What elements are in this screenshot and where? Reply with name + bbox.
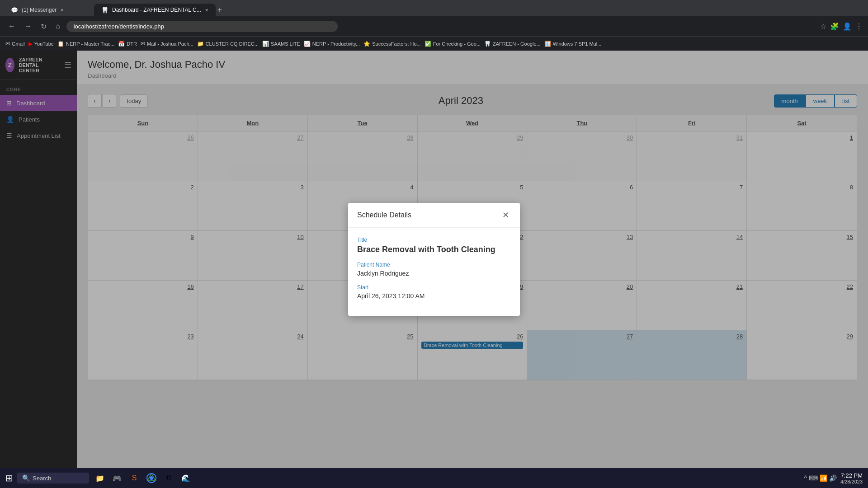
address-bar[interactable] [66,21,338,32]
youtube-icon: ▶ [28,41,33,47]
bookmark-nerp2[interactable]: 📈 NERP - Productivity... [304,41,360,47]
taskbar-tray: ^ ⌨ 📶 🔊 7:22 PM 4/28/2023 [804,472,863,484]
zafreen-bm-icon: 🦷 [484,41,491,47]
bookmark-cluster[interactable]: 📁 CLUSTER CQ DIREC... [197,41,259,47]
bookmark-saams-label: SAAMS LITE [271,41,300,47]
bookmark-checking-label: For Checking - Goo... [433,41,481,47]
taskbar-app1-icon[interactable]: 🎮 [110,471,124,485]
start-button[interactable]: ⊞ [5,473,13,483]
mail-icon: ✉ [141,41,145,47]
nerp1-icon: 📋 [57,41,64,47]
tab-favicon-dashboard: 🦷 [101,7,108,14]
browser-chrome: 💬 (1) Messenger ✕ 🦷 Dashboard - ZAFREEN … [0,0,868,51]
bookmark-success[interactable]: ⭐ SuccessFactors: Ho... [363,41,421,47]
cluster-icon: 📁 [197,41,204,47]
taskbar: ⊞ 🔍 Search 📁 🎮 S © 🌊 ^ ⌨ 📶 🔊 7:22 PM 4/2… [0,468,868,488]
bookmark-dtr[interactable]: 📅 DTR [118,41,137,47]
modal-label-start: Start [357,284,511,291]
settings-icon[interactable]: ⋮ [855,22,863,31]
taskbar-app3-icon[interactable]: © [161,471,176,485]
forward-button[interactable]: → [22,20,34,32]
bookmark-zafreen[interactable]: 🦷 ZAFREEN - Google... [484,41,541,47]
taskbar-time-value: 7:22 PM [840,472,863,479]
schedule-details-modal: Schedule Details ✕ Title Brace Removal w… [348,203,520,316]
bookmark-win7[interactable]: 🪟 Windows 7 SP1 Mul... [544,41,602,47]
bookmark-cluster-label: CLUSTER CQ DIREC... [206,41,259,47]
wifi-icon[interactable]: 📶 [820,474,827,482]
nav-icons: ☆ 🧩 👤 ⋮ [820,22,863,31]
tab-label-messenger: (1) Messenger [22,7,57,13]
volume-icon[interactable]: 🔊 [829,474,837,482]
nav-bar: ← → ↻ ⌂ ☆ 🧩 👤 ⋮ [0,16,868,36]
bookmark-success-label: SuccessFactors: Ho... [372,41,421,47]
saams-icon: 📊 [262,41,269,47]
bookmark-nerp2-label: NERP - Productivity... [312,41,360,47]
modal-field-patient: Patient Name Jacklyn Rodriguez [357,262,511,277]
taskbar-search-icon: 🔍 [22,474,30,482]
dtr-icon: 📅 [118,41,125,47]
modal-label-title: Title [357,237,511,243]
taskbar-pinned-icons: 📁 🎮 S © 🌊 [93,471,193,485]
taskbar-app2-icon[interactable]: S [127,471,142,485]
bookmark-gmail[interactable]: ✉ Gmail [5,41,25,47]
bookmark-mail-label: Mail - Joshua Pach... [147,41,193,47]
modal-value-title: Brace Removal with Tooth Cleaning [357,245,511,254]
tab-bar: 💬 (1) Messenger ✕ 🦷 Dashboard - ZAFREEN … [0,0,868,16]
modal-value-start: April 26, 2023 12:00 AM [357,292,511,300]
modal-overlay: Schedule Details ✕ Title Brace Removal w… [0,51,868,468]
modal-value-patient: Jacklyn Rodriguez [357,270,511,277]
modal-title: Schedule Details [357,211,411,219]
modal-body: Title Brace Removal with Tooth Cleaning … [348,228,520,316]
bookmark-gmail-label: Gmail [12,41,25,47]
bookmark-zafreen-label: ZAFREEN - Google... [493,41,541,47]
taskbar-search-label: Search [33,475,51,482]
taskbar-chrome-icon[interactable] [144,471,159,485]
bookmark-checking[interactable]: ✅ For Checking - Goo... [425,41,481,47]
extension-icon[interactable]: 🧩 [830,22,839,31]
taskbar-search-button[interactable]: 🔍 Search [17,473,89,483]
tab-messenger[interactable]: 💬 (1) Messenger ✕ [4,4,94,16]
modal-label-patient: Patient Name [357,262,511,268]
bookmark-mail[interactable]: ✉ Mail - Joshua Pach... [141,41,193,47]
bookmarks-bar: ✉ Gmail ▶ YouTube 📋 NERP - Master Trac..… [0,36,868,51]
tab-label-dashboard: Dashboard - ZAFREEN DENTAL C... [112,7,201,13]
bookmark-nerp1-label: NERP - Master Trac... [66,41,114,47]
bookmark-dtr-label: DTR [127,41,137,47]
modal-field-title: Title Brace Removal with Tooth Cleaning [357,237,511,254]
modal-close-button[interactable]: ✕ [500,210,511,220]
success-icon: ⭐ [363,41,370,47]
back-button[interactable]: ← [5,20,18,32]
modal-field-start: Start April 26, 2023 12:00 AM [357,284,511,300]
taskbar-sys-icons: ^ ⌨ 📶 🔊 [804,474,837,482]
taskbar-app4-icon[interactable]: 🌊 [179,471,193,485]
bookmark-youtube[interactable]: ▶ YouTube [28,41,54,47]
tab-close-messenger[interactable]: ✕ [60,8,64,13]
tab-add-button[interactable]: + [217,5,222,15]
user-icon[interactable]: 👤 [843,22,852,31]
taskbar-files-icon[interactable]: 📁 [93,471,107,485]
nerp2-icon: 📈 [304,41,311,47]
gmail-icon: ✉ [5,41,10,47]
bookmark-win7-label: Windows 7 SP1 Mul... [553,41,602,47]
win7-icon: 🪟 [544,41,551,47]
checking-icon: ✅ [425,41,431,47]
refresh-button[interactable]: ↻ [38,20,49,33]
bookmark-youtube-label: YouTube [34,41,54,47]
keyboard-icon[interactable]: ⌨ [809,474,818,482]
home-button[interactable]: ⌂ [53,20,63,32]
bookmark-star-icon[interactable]: ☆ [820,22,826,31]
tab-close-dashboard[interactable]: ✕ [205,8,208,13]
modal-header: Schedule Details ✕ [348,203,520,228]
show-hidden-icon[interactable]: ^ [804,474,807,482]
bookmark-nerp1[interactable]: 📋 NERP - Master Trac... [57,41,114,47]
svg-point-1 [150,476,153,480]
bookmark-saams[interactable]: 📊 SAAMS LITE [262,41,300,47]
tab-dashboard[interactable]: 🦷 Dashboard - ZAFREEN DENTAL C... ✕ [94,4,216,16]
taskbar-date-value: 4/28/2023 [840,479,863,484]
tab-favicon-messenger: 💬 [11,7,18,14]
taskbar-clock[interactable]: 7:22 PM 4/28/2023 [840,472,863,484]
